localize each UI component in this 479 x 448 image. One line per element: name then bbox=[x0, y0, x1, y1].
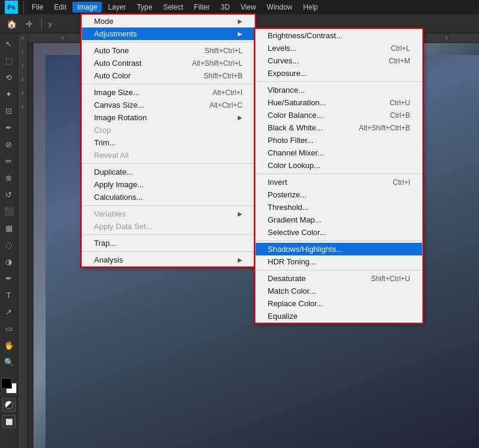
menu-item-crop: Crop bbox=[82, 124, 254, 136]
adj-gradient-map[interactable]: Gradient Map... bbox=[256, 214, 422, 226]
adj-brightness-contrast[interactable]: Brightness/Contrast... bbox=[256, 29, 422, 42]
adj-threshold[interactable]: Threshold... bbox=[256, 201, 422, 214]
menu-item-label: Brightness/Contrast... bbox=[268, 31, 342, 40]
menu-item-reveal-all: Reveal All bbox=[82, 149, 254, 161]
adj-posterize[interactable]: Posterize... bbox=[256, 188, 422, 201]
adj-replace-color[interactable]: Replace Color... bbox=[256, 297, 422, 310]
menu-item-calculations[interactable]: Calculations... bbox=[82, 191, 254, 203]
menu-item-label: Image Rotation bbox=[94, 113, 147, 122]
menu-item-label: Auto Color bbox=[94, 71, 131, 80]
adj-selective-color[interactable]: Selective Color... bbox=[256, 226, 422, 239]
menu-item-variables: Variables ▶ bbox=[82, 208, 254, 220]
menu-item-label: Trim... bbox=[94, 138, 116, 147]
adj-photo-filter[interactable]: Photo Filter... bbox=[256, 134, 422, 147]
menu-item-apply-image[interactable]: Apply Image... bbox=[82, 178, 254, 191]
menu-item-label: Auto Tone bbox=[94, 46, 129, 55]
menu-item-label: HDR Toning... bbox=[268, 257, 316, 266]
menu-shortcut: Alt+Ctrl+I bbox=[213, 89, 242, 97]
adj-exposure[interactable]: Exposure... bbox=[256, 67, 422, 80]
adj-channel-mixer[interactable]: Channel Mixer... bbox=[256, 147, 422, 159]
menu-item-label: Analysis bbox=[94, 255, 123, 264]
menu-separator bbox=[82, 42, 254, 42]
menu-item-label: Match Color... bbox=[268, 287, 316, 295]
menu-item-label: Posterize... bbox=[268, 190, 307, 199]
menu-separator bbox=[256, 173, 422, 174]
adj-levels[interactable]: Levels... Ctrl+L bbox=[256, 42, 422, 54]
menu-item-image-size[interactable]: Image Size... Alt+Ctrl+I bbox=[82, 86, 254, 99]
menu-item-label: Black & White... bbox=[268, 123, 323, 132]
submenu-arrow: ▶ bbox=[238, 18, 242, 25]
menu-item-canvas-size[interactable]: Canvas Size... Alt+Ctrl+C bbox=[82, 99, 254, 111]
menu-item-label: Levels... bbox=[268, 44, 296, 53]
menu-item-label: Color Balance... bbox=[268, 111, 323, 120]
menu-item-label: Auto Contrast bbox=[94, 59, 142, 68]
menu-separator bbox=[82, 234, 254, 235]
menu-shortcut: Alt+Shift+Ctrl+B bbox=[359, 124, 410, 132]
menu-shortcut: Ctrl+U bbox=[390, 99, 410, 107]
menu-item-label: Photo Filter... bbox=[268, 136, 314, 145]
adj-vibrance[interactable]: Vibrance... bbox=[256, 84, 422, 96]
adj-hue-saturation[interactable]: Hue/Saturation... Ctrl+U bbox=[256, 96, 422, 109]
menu-shortcut: Alt+Shift+Ctrl+L bbox=[192, 59, 242, 68]
menu-item-label: Threshold... bbox=[268, 203, 309, 212]
menu-item-duplicate[interactable]: Duplicate... bbox=[82, 166, 254, 178]
adj-black-white[interactable]: Black & White... Alt+Shift+Ctrl+B bbox=[256, 121, 422, 134]
menu-item-auto-tone[interactable]: Auto Tone Shift+Ctrl+L bbox=[82, 44, 254, 57]
menu-shortcut: Ctrl+L bbox=[391, 44, 410, 53]
image-menu: Mode ▶ Adjustments ▶ Auto Tone Shift+Ctr… bbox=[81, 14, 255, 267]
adj-curves[interactable]: Curves... Ctrl+M bbox=[256, 54, 422, 67]
menu-item-label: Gradient Map... bbox=[268, 215, 322, 224]
menu-item-label: Exposure... bbox=[268, 69, 307, 78]
menu-item-label: Canvas Size... bbox=[94, 100, 144, 109]
menu-item-label: Hue/Saturation... bbox=[268, 98, 326, 107]
menu-item-trap[interactable]: Trap... bbox=[82, 237, 254, 249]
adj-match-color[interactable]: Match Color... bbox=[256, 285, 422, 297]
menu-item-label: Variables bbox=[94, 209, 126, 218]
menu-item-auto-color[interactable]: Auto Color Shift+Ctrl+B bbox=[82, 69, 254, 82]
adj-color-lookup[interactable]: Color Lookup... bbox=[256, 159, 422, 172]
adj-color-balance[interactable]: Color Balance... Ctrl+B bbox=[256, 109, 422, 121]
adj-shadows-highlights[interactable]: Shadows/Highlights... bbox=[256, 243, 422, 255]
menu-separator bbox=[82, 84, 254, 84]
menu-shortcut: Ctrl+I bbox=[393, 178, 410, 187]
menu-item-label: Shadows/Highlights... bbox=[268, 245, 342, 254]
menu-item-label: Vibrance... bbox=[268, 86, 305, 95]
menu-item-image-rotation[interactable]: Image Rotation ▶ bbox=[82, 111, 254, 124]
menu-separator bbox=[82, 251, 254, 252]
adj-equalize[interactable]: Equalize bbox=[256, 310, 422, 322]
menu-item-label: Adjustments bbox=[94, 29, 137, 38]
menu-shortcut: Alt+Ctrl+C bbox=[210, 101, 242, 109]
menu-shortcut: Ctrl+M bbox=[389, 57, 410, 65]
adj-hdr-toning[interactable]: HDR Toning... bbox=[256, 255, 422, 268]
menu-separator bbox=[256, 240, 422, 241]
adj-invert[interactable]: Invert Ctrl+I bbox=[256, 176, 422, 188]
menu-item-label: Selective Color... bbox=[268, 228, 326, 237]
menu-item-label: Curves... bbox=[268, 56, 299, 65]
menu-shortcut: Shift+Ctrl+U bbox=[371, 275, 410, 283]
menu-item-label: Equalize bbox=[268, 312, 298, 321]
menu-item-trim[interactable]: Trim... bbox=[82, 136, 254, 149]
menu-item-label: Invert bbox=[268, 178, 287, 187]
menu-item-label: Apply Image... bbox=[94, 180, 144, 189]
menu-overlay: Mode ▶ Adjustments ▶ Auto Tone Shift+Ctr… bbox=[0, 0, 479, 448]
menu-shortcut: Shift+Ctrl+B bbox=[204, 72, 242, 80]
menu-item-mode[interactable]: Mode ▶ bbox=[82, 15, 254, 28]
submenu-arrow: ▶ bbox=[238, 257, 242, 263]
menu-item-label: Duplicate... bbox=[94, 167, 133, 176]
adjustments-submenu: Brightness/Contrast... Levels... Ctrl+L … bbox=[255, 29, 423, 323]
menu-item-label: Trap... bbox=[94, 239, 116, 248]
menu-separator bbox=[256, 81, 422, 82]
menu-item-auto-contrast[interactable]: Auto Contrast Alt+Shift+Ctrl+L bbox=[82, 57, 254, 69]
menu-item-analysis[interactable]: Analysis ▶ bbox=[82, 254, 254, 266]
menu-separator bbox=[82, 205, 254, 206]
menu-item-label: Image Size... bbox=[94, 88, 140, 97]
adj-desaturate[interactable]: Desaturate Shift+Ctrl+U bbox=[256, 272, 422, 285]
menu-item-label: Apply Data Set... bbox=[94, 222, 153, 231]
menu-item-label: Color Lookup... bbox=[268, 161, 320, 170]
menu-item-adjustments[interactable]: Adjustments ▶ bbox=[82, 28, 254, 40]
menu-item-label: Replace Color... bbox=[268, 299, 323, 308]
menu-item-label: Calculations... bbox=[94, 193, 143, 202]
menu-shortcut: Shift+Ctrl+L bbox=[205, 47, 242, 55]
menu-item-label: Channel Mixer... bbox=[268, 148, 324, 157]
submenu-arrow: ▶ bbox=[238, 211, 242, 217]
